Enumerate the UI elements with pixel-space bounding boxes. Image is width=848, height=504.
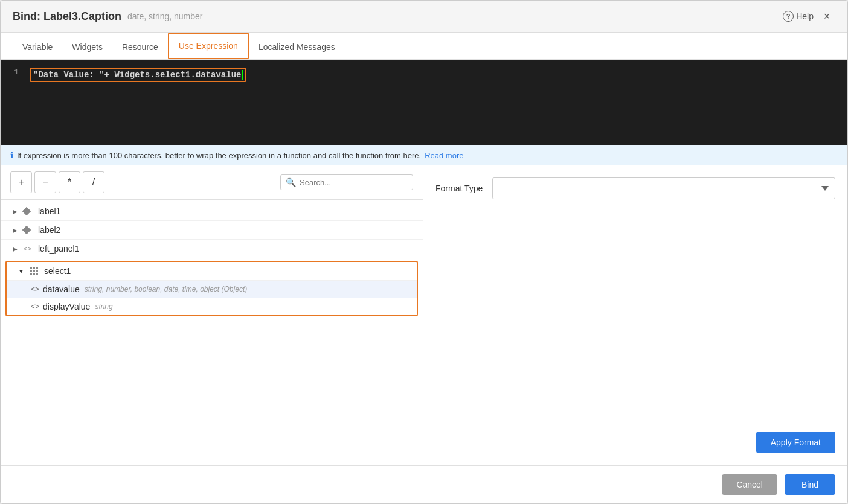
- help-icon: ?: [783, 11, 794, 22]
- search-icon: 🔍: [286, 177, 296, 187]
- search-input[interactable]: [300, 178, 408, 187]
- dialog-footer: Cancel Bind: [1, 465, 847, 503]
- tree-area: ▶ label1 ▶ label2 ▶ <>: [1, 200, 423, 465]
- help-label: Help: [796, 11, 814, 21]
- code-content[interactable]: "Data Value: "+ Widgets.select1.datavalu…: [25, 60, 847, 145]
- apply-format-button[interactable]: Apply Format: [756, 432, 835, 453]
- code-icon-left-panel: <>: [24, 243, 34, 254]
- line-numbers: 1: [1, 60, 25, 145]
- tree-type-datavalue: string, number, boolean, date, time, obj…: [85, 285, 247, 293]
- format-type-select[interactable]: [492, 177, 835, 199]
- dialog-subtitle: date, string, number: [127, 11, 203, 21]
- chevron-icon-left-panel: ▶: [10, 244, 20, 254]
- help-button[interactable]: ? Help: [783, 11, 814, 22]
- header-right: ? Help ×: [783, 8, 835, 25]
- select1-group: ▼ select1 <>: [5, 261, 418, 316]
- left-panel: + − * / 🔍 ▶ label1: [1, 165, 423, 465]
- code-icon-displayvalue: <>: [31, 302, 39, 311]
- diamond-icon-label2: [24, 225, 34, 235]
- bind-dialog: Bind: Label3.Caption date, string, numbe…: [0, 0, 848, 504]
- dialog-title: Bind: Label3.Caption: [13, 10, 121, 23]
- bind-button[interactable]: Bind: [785, 474, 835, 495]
- format-type-label: Format Type: [435, 183, 483, 193]
- tree-label-displayvalue: displayValue: [43, 302, 90, 311]
- toolbar: + − * / 🔍: [1, 165, 423, 200]
- tree-item-label1[interactable]: ▶ label1: [1, 202, 423, 221]
- tab-resource[interactable]: Resource: [112, 35, 168, 59]
- cancel-button[interactable]: Cancel: [722, 474, 777, 495]
- code-text: "Data Value: "+ Widgets.select1.datavalu…: [33, 70, 241, 80]
- diamond-icon-label1: [24, 206, 34, 217]
- tree-type-displayvalue: string: [95, 302, 112, 311]
- code-highlight-box: "Data Value: "+ Widgets.select1.datavalu…: [30, 68, 246, 82]
- tree-label-label2: label2: [38, 225, 60, 235]
- read-more-link[interactable]: Read more: [425, 151, 463, 160]
- close-button[interactable]: ×: [818, 8, 835, 25]
- tree-item-label2[interactable]: ▶ label2: [1, 221, 423, 240]
- chevron-icon-select1: ▼: [16, 266, 26, 276]
- op-minus-button[interactable]: −: [34, 171, 56, 193]
- format-type-row: Format Type: [435, 177, 835, 199]
- main-content: + − * / 🔍 ▶ label1: [1, 165, 847, 465]
- search-box[interactable]: 🔍: [280, 174, 413, 190]
- right-panel: Format Type Apply Format: [423, 165, 847, 465]
- op-divide-button[interactable]: /: [83, 171, 104, 193]
- chevron-icon-label2: ▶: [10, 225, 20, 235]
- tab-widgets[interactable]: Widgets: [62, 35, 112, 59]
- tree-item-select1[interactable]: ▼ select1: [7, 262, 417, 280]
- table-icon-select1: [30, 266, 40, 276]
- tree-label-label1: label1: [38, 206, 60, 216]
- tab-localized-messages[interactable]: Localized Messages: [249, 35, 345, 59]
- dialog-header: Bind: Label3.Caption date, string, numbe…: [1, 1, 847, 33]
- tree-label-datavalue: datavalue: [43, 284, 80, 294]
- tree-item-left-panel1[interactable]: ▶ <> left_panel1: [1, 240, 423, 258]
- tree-label-left-panel1: left_panel1: [38, 244, 80, 254]
- tab-variable[interactable]: Variable: [13, 35, 62, 59]
- tabs-bar: Variable Widgets Resource Use Expression…: [1, 33, 847, 60]
- chevron-icon-label1: ▶: [10, 206, 20, 216]
- op-plus-button[interactable]: +: [10, 171, 32, 193]
- tree-label-select1: select1: [44, 266, 71, 276]
- tree-item-displayvalue[interactable]: <> displayValue string: [7, 298, 417, 315]
- select1-children: <> datavalue string, number, boolean, da…: [7, 280, 417, 315]
- code-editor: 1 "Data Value: "+ Widgets.select1.datava…: [1, 60, 847, 145]
- info-banner: ℹ If expression is more than 100 charact…: [1, 145, 847, 165]
- tree-item-datavalue[interactable]: <> datavalue string, number, boolean, da…: [7, 280, 417, 298]
- cursor: [242, 70, 243, 80]
- code-icon-datavalue: <>: [31, 285, 39, 293]
- info-text: If expression is more than 100 character…: [17, 151, 421, 160]
- info-icon: ℹ: [10, 150, 13, 160]
- tab-use-expression[interactable]: Use Expression: [168, 33, 249, 59]
- op-multiply-button[interactable]: *: [59, 171, 80, 193]
